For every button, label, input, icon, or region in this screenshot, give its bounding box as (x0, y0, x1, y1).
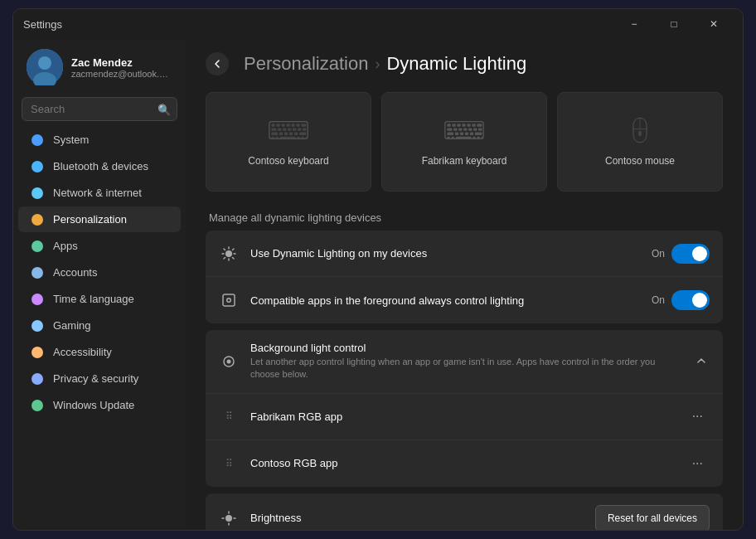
device-card-contoso-keyboard[interactable]: Contoso keyboard (206, 92, 371, 192)
titlebar: Settings − □ ✕ (13, 9, 743, 39)
sidebar-item-accounts[interactable]: Accounts (18, 260, 181, 285)
background-light-expand-button[interactable] (693, 352, 710, 371)
svg-rect-56 (482, 137, 483, 139)
system-dot-icon (32, 134, 43, 146)
svg-line-68 (224, 257, 225, 259)
app-row-contoso-rgb: ⠿ Contoso RGB app ··· (206, 440, 723, 487)
search-icon: 🔍 (158, 103, 171, 115)
svg-rect-7 (286, 124, 289, 126)
svg-rect-37 (477, 124, 482, 126)
contoso-rgb-label: Contoso RGB app (250, 457, 674, 469)
gaming-dot-icon (32, 320, 43, 332)
background-light-content: Background light control Let another app… (250, 342, 681, 381)
svg-rect-15 (293, 128, 296, 130)
contoso-keyboard-label: Contoso keyboard (248, 155, 328, 167)
svg-rect-22 (294, 133, 298, 135)
svg-point-59 (638, 131, 642, 137)
main-layout: Zac Mendez zacmendez@outlook.com 🔍 Syste… (13, 39, 743, 530)
contoso-rgb-content: Contoso RGB app (250, 457, 674, 469)
svg-rect-16 (298, 128, 301, 130)
sidebar-item-network[interactable]: Network & internet (18, 180, 181, 206)
titlebar-left: Settings (23, 18, 62, 31)
svg-rect-31 (447, 124, 450, 126)
sidebar-label-time: Time & language (53, 293, 134, 305)
svg-rect-4 (271, 124, 274, 126)
svg-rect-33 (457, 124, 460, 126)
svg-rect-8 (291, 124, 294, 126)
svg-rect-19 (279, 133, 283, 135)
sidebar-label-privacy: Privacy & security (53, 372, 138, 385)
sidebar-item-system[interactable]: System (18, 127, 181, 153)
setting-use-dynamic-lighting-content: Use Dynamic Lighting on my devices (250, 247, 640, 260)
svg-rect-34 (462, 124, 465, 126)
fabrikam-rgb-label: Fabrikam RGB app (250, 410, 674, 423)
fabrikam-rgb-content: Fabrikam RGB app (250, 410, 674, 423)
svg-rect-43 (473, 128, 477, 130)
contoso-rgb-more-button[interactable]: ··· (686, 453, 710, 474)
minimize-button[interactable]: − (615, 11, 653, 37)
bg-light-app-list: ⠿ Fabrikam RGB app ··· ⠿ Contoso RGB app (206, 394, 723, 487)
contoso-mouse-label: Contoso mouse (605, 155, 675, 167)
svg-rect-14 (288, 128, 291, 130)
compatible-apps-toggle[interactable] (671, 290, 710, 310)
sidebar-item-time[interactable]: Time & language (18, 286, 181, 312)
sidebar-item-privacy[interactable]: Privacy & security (18, 366, 181, 391)
use-dynamic-lighting-toggle[interactable] (671, 244, 710, 264)
svg-rect-26 (280, 137, 296, 139)
brightness-icon (219, 508, 239, 528)
setting-compatible-apps-title: Compatible apps in the foreground always… (250, 294, 640, 307)
brightness-row-container: Brightness Reset for all devices (206, 493, 723, 530)
maximize-button[interactable]: □ (655, 11, 693, 37)
sidebar-label-accessibility: Accessibility (53, 346, 112, 358)
personalization-dot-icon (32, 214, 43, 226)
back-button[interactable] (206, 52, 229, 75)
device-card-fabrikam-keyboard[interactable]: Fabrikam keyboard (381, 92, 547, 192)
sidebar-label-system: System (53, 134, 89, 146)
network-dot-icon (32, 187, 43, 199)
sidebar-item-apps[interactable]: Apps (18, 233, 181, 259)
svg-rect-45 (447, 133, 453, 135)
svg-rect-55 (477, 137, 479, 139)
sidebar-item-bluetooth[interactable]: Bluetooth & devices (18, 153, 181, 179)
breadcrumb-parent[interactable]: Personalization (244, 53, 368, 75)
search-input[interactable] (22, 97, 177, 121)
sidebar-item-personalization[interactable]: Personalization (18, 206, 181, 232)
svg-point-1 (38, 56, 51, 70)
bluetooth-dot-icon (32, 161, 43, 172)
svg-rect-48 (465, 133, 468, 135)
svg-rect-51 (447, 137, 449, 139)
svg-rect-47 (460, 133, 463, 135)
svg-rect-36 (472, 124, 475, 126)
svg-point-74 (225, 515, 232, 522)
dynamic-lighting-icon (219, 244, 239, 264)
brightness-reset-button[interactable]: Reset for all devices (595, 505, 710, 530)
manage-section-header: Manage all dynamic lighting devices (206, 211, 723, 224)
apps-dot-icon (32, 240, 43, 252)
svg-rect-18 (271, 133, 278, 135)
sidebar-label-network: Network & internet (53, 187, 142, 199)
fabrikam-keyboard-label: Fabrikam keyboard (422, 155, 507, 167)
sidebar-item-update[interactable]: Manage all dynamic lighting devices Wind… (18, 392, 181, 418)
sidebar-item-gaming[interactable]: Gaming (18, 313, 181, 338)
time-dot-icon (32, 294, 43, 305)
device-card-contoso-mouse[interactable]: Contoso mouse (557, 92, 723, 192)
sidebar: Zac Mendez zacmendez@outlook.com 🔍 Syste… (13, 39, 186, 530)
svg-rect-21 (289, 133, 293, 135)
close-button[interactable]: ✕ (695, 11, 733, 37)
avatar (27, 49, 63, 85)
user-info: Zac Mendez zacmendez@outlook.com (71, 56, 172, 79)
sidebar-label-gaming: Gaming (53, 319, 91, 332)
background-light-header[interactable]: Background light control Let another app… (206, 330, 723, 394)
fabrikam-rgb-more-button[interactable]: ··· (686, 405, 710, 427)
setting-compatible-apps-content: Compatible apps in the foreground always… (250, 294, 640, 307)
user-name: Zac Mendez (71, 56, 172, 69)
sidebar-nav: System Bluetooth & devices Network & int… (13, 126, 186, 419)
svg-rect-52 (452, 137, 454, 139)
user-profile[interactable]: Zac Mendez zacmendez@outlook.com (13, 39, 186, 92)
svg-rect-54 (472, 137, 475, 139)
app-row-fabrikam-rgb: ⠿ Fabrikam RGB app ··· (206, 394, 723, 440)
search-box: 🔍 (22, 97, 177, 121)
background-light-control: Background light control Let another app… (206, 330, 723, 487)
accounts-dot-icon (32, 267, 43, 279)
sidebar-item-accessibility[interactable]: Accessibility (18, 339, 181, 365)
